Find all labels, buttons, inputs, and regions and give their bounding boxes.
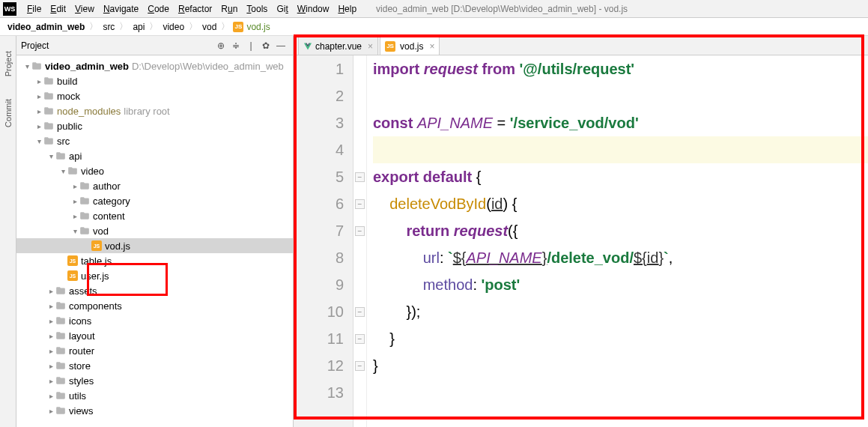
menubar: WS FileEditViewNavigateCodeRefactorRunTo… (0, 0, 868, 18)
sidebar-project-tab[interactable]: Project (4, 51, 13, 76)
folder-icon (55, 330, 66, 341)
tree-folder-router[interactable]: ▸router (16, 343, 293, 358)
chevron-right-icon: 〉 (116, 20, 131, 33)
menu-code[interactable]: Code (143, 2, 174, 16)
tree-folder-video_admin_web[interactable]: ▾video_admin_webD:\Develop\Web\video_adm… (16, 58, 293, 73)
folder-icon (79, 181, 90, 191)
tree-folder-mock[interactable]: ▸mock (16, 88, 293, 103)
fold-marker[interactable]: − (355, 307, 365, 317)
expand-all-icon[interactable]: ≑ (228, 38, 243, 53)
fold-marker[interactable]: − (355, 226, 365, 236)
menu-file[interactable]: File (22, 2, 46, 16)
fold-marker[interactable]: − (355, 199, 365, 209)
chevron-right-icon: 〉 (186, 20, 201, 33)
tree-folder-layout[interactable]: ▸layout (16, 328, 293, 343)
fold-marker[interactable]: − (355, 361, 365, 371)
folder-icon (55, 300, 66, 311)
menu-run[interactable]: Run (216, 2, 242, 16)
tree-folder-assets[interactable]: ▸assets (16, 283, 293, 298)
tree-file-table.js[interactable]: JStable.js (16, 253, 293, 268)
folder-icon (55, 360, 66, 371)
tree-folder-author[interactable]: ▸author (16, 178, 293, 193)
tree-folder-views[interactable]: ▸views (16, 403, 293, 418)
tree-folder-icons[interactable]: ▸icons (16, 313, 293, 328)
close-tab-icon[interactable]: × (368, 41, 373, 52)
menu-refactor[interactable]: Refactor (174, 2, 216, 16)
breadcrumbs: video_admin_web〉src〉api〉video〉vod〉JSvod.… (0, 18, 868, 36)
breadcrumb-item[interactable]: vod (201, 22, 218, 32)
breadcrumb-item[interactable]: api (131, 22, 146, 32)
js-file-icon: JS (67, 270, 78, 281)
code-content[interactable]: import request from '@/utils/request' co… (367, 55, 868, 427)
menu-edit[interactable]: Edit (46, 2, 70, 16)
editor-tab-vod.js[interactable]: JSvod.js× (380, 37, 440, 55)
line-number-gutter: 12345678910111213 (294, 55, 353, 427)
tool-window-bar: Project Commit (0, 36, 16, 427)
menu-git[interactable]: Git (272, 2, 292, 16)
js-file-icon: JS (91, 240, 102, 251)
tree-folder-video[interactable]: ▾video (16, 163, 293, 178)
tree-folder-components[interactable]: ▸components (16, 298, 293, 313)
fold-marker[interactable]: − (355, 334, 365, 344)
window-title: video_admin_web [D:\Develop\Web\video_ad… (376, 4, 628, 14)
tree-folder-store[interactable]: ▸store (16, 358, 293, 373)
tree-folder-vod[interactable]: ▾vod (16, 223, 293, 238)
tree-folder-content[interactable]: ▸content (16, 208, 293, 223)
menu-help[interactable]: Help (333, 2, 361, 16)
webstorm-icon: WS (3, 2, 16, 16)
folder-icon (67, 166, 78, 176)
js-file-icon: JS (233, 22, 243, 32)
close-tab-icon[interactable]: × (429, 41, 434, 52)
breadcrumb-item[interactable]: video (161, 22, 186, 32)
editor-tabs: chapter.vue×JSvod.js× (294, 36, 868, 55)
tree-folder-src[interactable]: ▾src (16, 133, 293, 148)
project-panel-header: Project ⊕ ≑ | ✿ — (16, 36, 293, 55)
breadcrumb-item[interactable]: vod.js (245, 22, 271, 32)
folder-icon (55, 151, 66, 161)
project-panel: Project ⊕ ≑ | ✿ — ▾video_admin_webD:\Dev… (16, 36, 294, 427)
tree-file-vod.js[interactable]: JSvod.js (16, 238, 293, 253)
vue-file-icon (303, 42, 312, 51)
tree-file-user.js[interactable]: JSuser.js (16, 268, 293, 283)
tree-folder-styles[interactable]: ▸styles (16, 373, 293, 388)
tree-folder-utils[interactable]: ▸utils (16, 388, 293, 403)
folder-icon (31, 61, 42, 71)
project-tree[interactable]: ▾video_admin_webD:\Develop\Web\video_adm… (16, 55, 293, 427)
chevron-right-icon: 〉 (146, 20, 161, 33)
tree-folder-build[interactable]: ▸build (16, 73, 293, 88)
editor-tab-chapter.vue[interactable]: chapter.vue× (298, 37, 378, 55)
tree-folder-api[interactable]: ▾api (16, 148, 293, 163)
fold-gutter[interactable]: −−−−−− (353, 55, 367, 427)
js-file-icon: JS (385, 41, 395, 52)
folder-icon (43, 91, 54, 101)
menu-window[interactable]: Window (293, 2, 334, 16)
tree-folder-public[interactable]: ▸public (16, 118, 293, 133)
folder-icon (55, 345, 66, 356)
folder-icon (79, 196, 90, 206)
folder-icon (79, 225, 90, 236)
settings-icon[interactable]: ✿ (258, 38, 273, 53)
chevron-right-icon: 〉 (218, 20, 233, 33)
folder-icon (55, 285, 66, 296)
folder-icon (43, 136, 54, 146)
folder-icon (55, 390, 66, 401)
tree-folder-node_modules[interactable]: ▸node_moduleslibrary root (16, 103, 293, 118)
breadcrumb-item[interactable]: src (101, 22, 116, 32)
js-file-icon: JS (67, 255, 78, 266)
breadcrumb-item[interactable]: video_admin_web (6, 22, 86, 32)
tree-folder-category[interactable]: ▸category (16, 193, 293, 208)
hide-icon[interactable]: — (273, 38, 288, 53)
sidebar-commit-tab[interactable]: Commit (4, 99, 13, 127)
menu-navigate[interactable]: Navigate (99, 2, 143, 16)
menu-tools[interactable]: Tools (242, 2, 272, 16)
select-opened-file-icon[interactable]: ⊕ (213, 38, 228, 53)
menu-view[interactable]: View (70, 2, 99, 16)
folder-icon (43, 121, 54, 131)
folder-icon (43, 76, 54, 86)
chevron-right-icon: 〉 (86, 20, 101, 33)
project-panel-title[interactable]: Project (21, 40, 49, 51)
editor-area: chapter.vue×JSvod.js× 12345678910111213 … (294, 36, 868, 427)
divider: | (243, 38, 258, 53)
fold-marker[interactable]: − (355, 172, 365, 182)
code-editor[interactable]: 12345678910111213 −−−−−− import request … (294, 55, 868, 427)
